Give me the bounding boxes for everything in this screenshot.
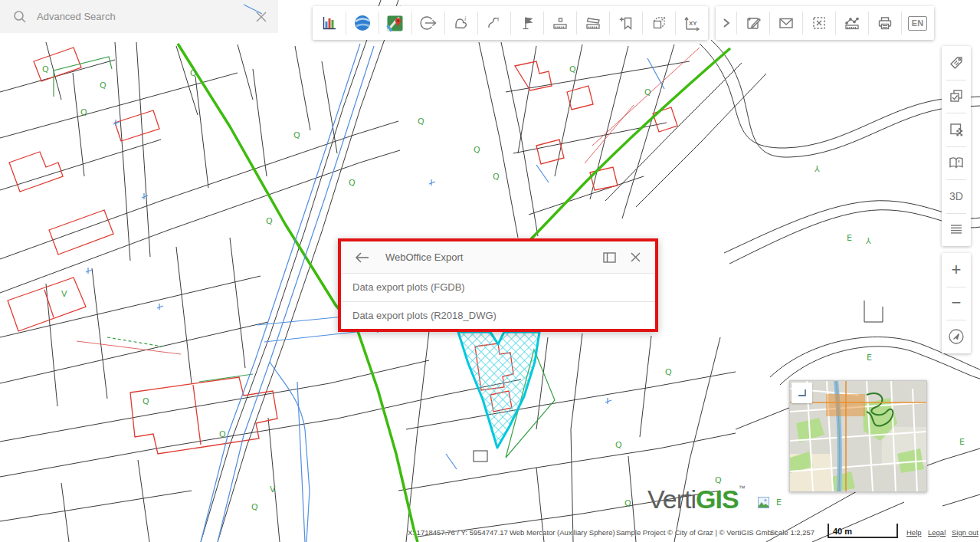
measure-area-button[interactable] <box>576 6 609 40</box>
view-3d-label: 3D <box>949 190 963 202</box>
statistics-button[interactable] <box>313 6 346 40</box>
google-earth-button[interactable] <box>346 6 379 40</box>
svg-text:Q: Q <box>42 64 49 74</box>
profile-measure-button[interactable] <box>835 6 868 40</box>
clear-selection-icon <box>811 15 828 31</box>
list-menu-button[interactable] <box>942 213 971 247</box>
vertigis-watermark: VertiGIS™ <box>647 485 745 514</box>
svg-text:Q: Q <box>474 145 480 155</box>
legend-book-icon <box>948 154 965 171</box>
scale-bar: 40 m <box>828 524 898 538</box>
svg-text:i: i <box>497 16 499 23</box>
xy-coordinates-icon: XY <box>683 15 701 31</box>
overview-collapse-button[interactable] <box>792 383 812 403</box>
locate-button[interactable] <box>942 320 971 353</box>
bookmark-add-icon <box>618 15 634 31</box>
cube-3d-button[interactable] <box>642 6 675 40</box>
svg-text:Q: Q <box>493 172 500 182</box>
svg-text:Q: Q <box>418 117 424 126</box>
secondary-toolbar: EN <box>716 6 934 40</box>
svg-text:Q: Q <box>615 440 622 450</box>
layers-visibility-button[interactable] <box>942 80 971 113</box>
zoom-out-button[interactable]: − <box>942 287 971 320</box>
back-arrow-icon[interactable] <box>355 251 370 264</box>
sign-out-link[interactable]: Sign out <box>952 528 978 537</box>
printer-icon <box>877 15 893 31</box>
dock-window-icon[interactable] <box>603 252 616 263</box>
google-maps-button[interactable] <box>379 6 411 40</box>
svg-text:Q: Q <box>190 68 197 78</box>
edit-redlining-button[interactable] <box>736 6 769 40</box>
legal-link[interactable]: Legal <box>928 528 946 537</box>
svg-text:Q: Q <box>266 216 273 226</box>
svg-text:Q: Q <box>624 498 631 508</box>
language-button[interactable]: EN <box>901 6 934 40</box>
broken-image-icon <box>757 496 770 509</box>
measure-area-icon <box>585 15 601 31</box>
bookmark-add-button[interactable] <box>609 6 642 40</box>
svg-text:Q: Q <box>569 64 576 74</box>
svg-text:V: V <box>61 289 67 299</box>
svg-text:⅄: ⅄ <box>814 164 820 174</box>
edit-redlining-icon <box>745 15 762 31</box>
svg-text:E: E <box>776 498 782 508</box>
brand-suffix: GIS <box>696 485 739 514</box>
svg-text:Q: Q <box>293 130 300 140</box>
svg-text:E: E <box>867 353 872 363</box>
clear-selection-button[interactable] <box>802 6 835 40</box>
zoom-controls: + − <box>942 253 971 353</box>
svg-text:Q: Q <box>251 502 258 512</box>
trademark: ™ <box>739 485 745 492</box>
polygon-info-icon: i <box>453 15 470 31</box>
transparency-icon <box>948 121 965 138</box>
right-toolbar: 3D <box>942 46 971 246</box>
polyline-info-button[interactable]: i <box>477 6 510 40</box>
collapse-corner-icon <box>796 387 808 399</box>
view-3d-button[interactable]: 3D <box>942 179 971 213</box>
tag-label-button[interactable] <box>942 46 971 80</box>
measure-length-button[interactable] <box>543 6 576 40</box>
profile-measure-icon <box>844 15 860 31</box>
scale-bar-label: 40 m <box>833 527 852 536</box>
export-option-fgdb[interactable]: Data export plots (FGDB) <box>341 274 655 302</box>
xy-coordinates-button[interactable]: XY <box>675 6 708 40</box>
measure-length-icon <box>552 15 569 31</box>
export-option-dwg[interactable]: Data export plots (R2018_DWG) <box>341 302 655 330</box>
google-maps-icon <box>386 15 404 32</box>
goto-coordinates-button[interactable] <box>411 6 444 40</box>
overview-map[interactable] <box>789 380 927 492</box>
flag-marker-icon <box>519 15 536 31</box>
legend-book-button[interactable] <box>942 146 971 180</box>
transparency-button[interactable] <box>942 113 971 146</box>
svg-text:Q: Q <box>219 429 226 439</box>
svg-text:Q: Q <box>80 107 87 117</box>
zoom-out-label: − <box>952 294 962 311</box>
dialog-close-icon[interactable] <box>630 251 641 263</box>
tag-label-icon <box>948 54 965 71</box>
brand-prefix: Verti <box>647 485 696 514</box>
svg-text:Q: Q <box>349 178 356 188</box>
status-scale: Scale 1:2,257 <box>770 528 814 537</box>
svg-text:XY: XY <box>689 20 697 27</box>
help-link[interactable]: Help <box>906 528 922 537</box>
polyline-info-icon: i <box>486 15 503 31</box>
goto-coordinates-icon <box>419 15 438 31</box>
dialog-header: WebOffice Export <box>341 241 655 274</box>
status-coordinates: X: 1718457.76 / Y: 5954747.17 <box>408 528 508 537</box>
toolbar-expand-button[interactable] <box>716 6 736 40</box>
zoom-in-label: + <box>952 261 962 278</box>
layers-visibility-icon <box>948 87 965 104</box>
main-toolbar: i i <box>313 6 708 40</box>
status-projection: Web Mercator (Auxiliary Sphere) <box>510 528 615 537</box>
export-dialog-highlight: WebOffice Export Data export plots (FGDB… <box>338 238 658 332</box>
svg-text:i: i <box>464 15 466 22</box>
mail-envelope-icon <box>778 15 795 31</box>
print-button[interactable] <box>868 6 901 40</box>
mail-button[interactable] <box>769 6 802 40</box>
polygon-info-button[interactable]: i <box>444 6 477 40</box>
svg-text:Q: Q <box>100 80 107 90</box>
status-copyright: Sample Project © City of Graz | © VertiG… <box>616 528 777 537</box>
locate-arrow-icon <box>947 327 965 346</box>
zoom-in-button[interactable]: + <box>942 253 971 287</box>
flag-marker-button[interactable] <box>510 6 543 40</box>
